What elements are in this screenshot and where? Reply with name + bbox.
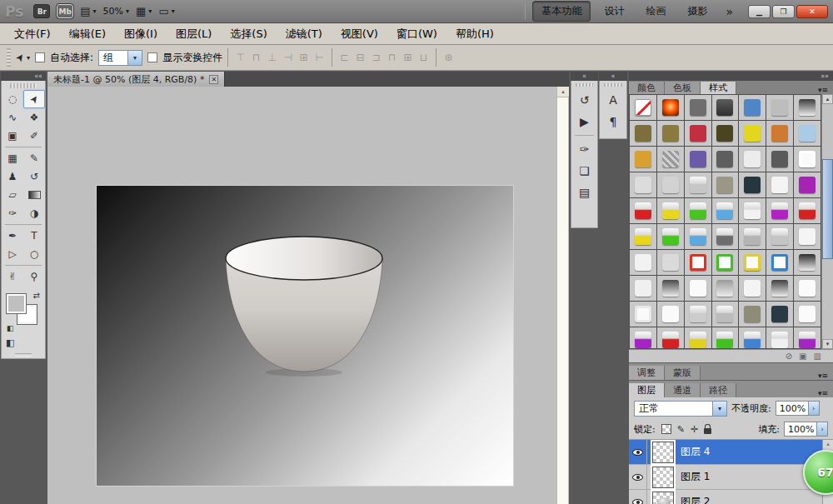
style-swatch[interactable]	[739, 276, 766, 301]
extras-control[interactable]: ▤ ▾	[80, 6, 96, 17]
burn-tool[interactable]: ◑	[23, 204, 45, 222]
clone-stamp-tool[interactable]: ♟	[2, 167, 23, 186]
menu-item[interactable]: 图层(L)	[167, 27, 221, 42]
zoom-level-control[interactable]: 50% ▾	[103, 6, 129, 17]
tab-通道[interactable]: 通道	[665, 383, 701, 397]
tab-路径[interactable]: 路径	[701, 383, 736, 397]
style-swatch[interactable]	[739, 147, 766, 172]
style-swatch[interactable]	[712, 172, 739, 197]
distribute-right-edges-icon[interactable]: ⊔	[416, 52, 431, 63]
lock-position-icon[interactable]: ✛	[691, 424, 698, 435]
quick-selection-tool[interactable]: ❖	[23, 108, 45, 127]
clear-style-icon[interactable]: ⊘	[786, 352, 792, 361]
style-swatch[interactable]	[685, 198, 711, 223]
style-swatch[interactable]	[712, 250, 739, 275]
style-swatch[interactable]	[657, 172, 684, 197]
style-swatch[interactable]	[712, 327, 739, 349]
canvas-area[interactable]: ▴	[47, 87, 569, 504]
menu-item[interactable]: 图像(I)	[115, 27, 167, 42]
style-swatch[interactable]	[739, 172, 766, 197]
foreground-color-swatch[interactable]	[7, 294, 26, 313]
style-swatch[interactable]	[657, 147, 684, 172]
style-swatch[interactable]	[630, 327, 656, 349]
elliptical-marquee-tool[interactable]: ◌	[2, 90, 23, 108]
style-swatch[interactable]	[630, 172, 656, 197]
dock-collapse-header[interactable]: »»	[629, 72, 833, 81]
scroll-up-icon[interactable]: ▴	[557, 87, 569, 97]
visibility-toggle[interactable]	[629, 440, 647, 464]
menu-item[interactable]: 选择(S)	[221, 27, 276, 42]
eyedropper-tool[interactable]: ✐	[23, 127, 45, 145]
style-swatch[interactable]	[657, 327, 684, 349]
tab-图层[interactable]: 图层	[629, 383, 665, 397]
scroll-up-icon[interactable]: ▴	[822, 94, 833, 104]
brush-tool[interactable]: ✎	[23, 149, 45, 167]
style-swatch[interactable]	[630, 250, 656, 275]
style-swatch[interactable]	[766, 276, 793, 301]
layer-row[interactable]: 图层 1	[629, 465, 822, 490]
style-swatch[interactable]	[630, 302, 656, 327]
panel-menu-icon[interactable]: ▾≡	[813, 372, 833, 380]
style-swatch[interactable]	[794, 121, 821, 146]
style-swatch[interactable]	[657, 198, 684, 223]
style-swatch[interactable]	[630, 198, 656, 223]
visibility-toggle[interactable]	[629, 490, 647, 504]
style-swatch[interactable]	[766, 250, 793, 275]
distribute-left-edges-icon[interactable]: ⊓	[385, 52, 399, 63]
history-brush-tool[interactable]: ↺	[23, 167, 45, 186]
auto-select-dropdown[interactable]: 组 ▾	[98, 50, 142, 66]
style-swatch[interactable]	[739, 121, 766, 146]
style-swatch[interactable]	[657, 224, 684, 249]
style-swatch[interactable]	[766, 224, 793, 249]
close-button[interactable]: ✕	[796, 5, 828, 18]
move-tool[interactable]: ➤	[23, 90, 45, 108]
tab-色板[interactable]: 色板	[665, 82, 701, 94]
style-swatch[interactable]	[739, 250, 766, 275]
style-swatch[interactable]	[657, 302, 684, 327]
style-swatch[interactable]	[794, 276, 821, 301]
style-swatch[interactable]	[739, 224, 766, 249]
style-swatch[interactable]	[739, 95, 766, 120]
ellipse-tool[interactable]: ○	[23, 245, 45, 263]
style-swatch[interactable]	[657, 250, 684, 275]
panel-menu-icon[interactable]: ▾≡	[813, 389, 833, 397]
style-swatch[interactable]	[766, 121, 793, 146]
document-image[interactable]	[97, 186, 513, 486]
path-selection-tool[interactable]: ▷	[2, 245, 23, 263]
style-swatch[interactable]	[794, 95, 821, 120]
styles-scrollbar[interactable]: ▴ ▾	[821, 94, 833, 349]
layer-comps-panel-icon[interactable]: ▤	[571, 182, 597, 203]
auto-select-checkbox[interactable]	[35, 52, 45, 62]
fill-field[interactable]: 100% ›	[784, 422, 828, 437]
minimize-button[interactable]: ▁	[748, 5, 771, 18]
opacity-field[interactable]: 100% ›	[776, 401, 820, 416]
healing-brush-tool[interactable]: ▦	[2, 149, 23, 167]
scroll-down-icon[interactable]: ▾	[822, 339, 833, 349]
mini-panel-header-1[interactable]: «	[571, 72, 598, 81]
workspace-overflow-icon[interactable]: »	[726, 5, 733, 18]
gradient-tool[interactable]	[23, 186, 45, 204]
arrange-documents-control[interactable]: ▦ ▾	[136, 6, 152, 17]
minibridge-button[interactable]: Mb	[57, 4, 73, 18]
visibility-toggle[interactable]	[629, 465, 647, 489]
align-top-edges-icon[interactable]: ⊤	[233, 52, 247, 63]
style-swatch[interactable]	[657, 95, 684, 120]
workspace-button[interactable]: 基本功能	[532, 1, 591, 22]
paragraph-panel-icon[interactable]: ¶	[600, 111, 626, 132]
style-swatch[interactable]	[712, 95, 739, 120]
style-swatch[interactable]	[685, 250, 711, 275]
new-style-icon[interactable]: ▣	[799, 352, 806, 361]
style-swatch[interactable]	[685, 95, 711, 120]
style-swatch[interactable]	[685, 147, 711, 172]
lock-all-icon[interactable]	[704, 428, 711, 434]
style-swatch[interactable]	[766, 302, 793, 327]
style-swatch[interactable]	[657, 121, 684, 146]
default-colors-icon[interactable]: ◧	[7, 324, 14, 332]
style-swatch[interactable]	[685, 224, 711, 249]
menu-item[interactable]: 文件(F)	[5, 27, 60, 42]
style-swatch[interactable]	[794, 302, 821, 327]
align-horizontal-centers-icon[interactable]: ⊞	[297, 52, 311, 63]
align-bottom-edges-icon[interactable]: ⊥	[265, 52, 279, 63]
quick-mask-icon[interactable]: ◧	[6, 337, 45, 348]
style-swatch[interactable]	[766, 172, 793, 197]
